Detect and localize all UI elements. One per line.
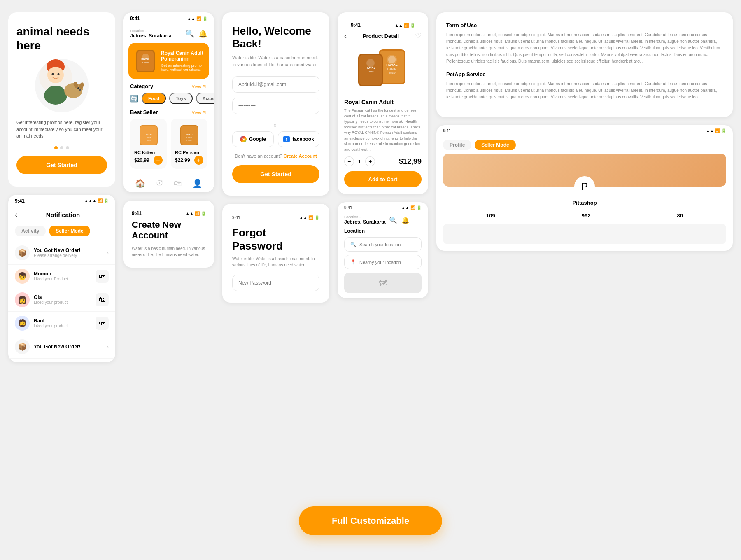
pd-back-icon[interactable]: ‹	[344, 32, 347, 40]
notif-sub-1: Please arrange delivery	[34, 253, 103, 258]
notif-item-4: 🧔 Raul Liked your product 🛍	[8, 312, 115, 335]
nav-profile-icon[interactable]: 👤	[192, 178, 203, 188]
promo-banner[interactable]: ROYAL CANIN Royal Canin Adult Pomeraninn…	[128, 43, 209, 79]
product-img-kitten: ROYAL CANIN Kitten	[134, 123, 163, 147]
product-description: The Persian cat has the longest and dens…	[344, 108, 422, 152]
create-account-link[interactable]: Create Account	[284, 154, 317, 159]
svg-text:Kitten: Kitten	[146, 139, 150, 141]
create-acct-statusbar: 9:41 ▲▲ 📶 🔋	[132, 210, 206, 219]
notif-name-1: You Got New Order!	[34, 247, 103, 253]
bestseller-section-header: Best Seller View All	[124, 109, 214, 119]
stat-1: 109	[486, 212, 495, 219]
add-to-cart-button[interactable]: Add to Cart	[344, 171, 422, 187]
notif-item-2: 👦 Momon Liked your Product 🛍	[8, 265, 115, 288]
wishlist-heart-icon[interactable]: ♡	[415, 31, 422, 40]
stat-number-1: 109	[486, 212, 495, 219]
category-toys[interactable]: Toys	[169, 93, 193, 104]
location-nearby-field[interactable]: 📍	[344, 255, 422, 269]
stat-number-3: 80	[677, 212, 683, 219]
notif-text-5: You Got New Order!	[34, 344, 103, 350]
refresh-icon[interactable]: 🔄	[130, 95, 138, 103]
get-started-button[interactable]: Get Started	[16, 156, 107, 174]
tab-activity[interactable]: Activity	[15, 226, 46, 236]
bestseller-label: Best Seller	[130, 109, 158, 115]
product-name-kitten: RC Kitten	[134, 150, 163, 155]
forgot-title: Forgot Password	[232, 226, 319, 252]
chevron-icon-1: ›	[107, 250, 109, 256]
increase-qty-button[interactable]: +	[365, 156, 375, 166]
location-time: 9:41	[344, 205, 352, 210]
location-search-input[interactable]	[359, 242, 415, 247]
notif-avatar-5: 📦	[15, 339, 30, 354]
stat-3: 80	[677, 212, 683, 219]
svg-rect-6	[47, 86, 64, 101]
location-statusbar: 9:41 ▲▲ 📶 🔋	[338, 202, 428, 213]
dot-2[interactable]	[60, 146, 63, 149]
notif-avatar-1: 📦	[15, 245, 30, 260]
illustration-person	[29, 54, 95, 112]
dot-1[interactable]	[54, 146, 58, 149]
facebook-login-button[interactable]: f facebook	[278, 131, 319, 147]
quantity-value: 1	[358, 159, 361, 165]
category-label: Category	[130, 83, 153, 89]
facebook-icon: f	[283, 136, 290, 142]
login-screen: Hello, Welcome Back! Water is life. Wate…	[222, 12, 329, 196]
loc-name: Jebres, Surakarta	[344, 219, 386, 225]
nav-timer-icon[interactable]: ⏱	[156, 179, 164, 188]
home-status-icons: ▲▲ 📶 🔋	[187, 16, 207, 21]
banner-product-image: ROYAL CANIN	[134, 49, 157, 73]
location-search-field[interactable]: 🔍	[344, 237, 422, 252]
bestseller-view-all[interactable]: View All	[192, 110, 207, 115]
dot-3[interactable]	[66, 146, 69, 149]
notif-item-1: 📦 You Got New Order! Please arrange deli…	[8, 241, 115, 265]
tab-profile[interactable]: Profile	[443, 140, 471, 150]
forgot-password-screen: 9:41 ▲▲ 📶 🔋 Forgot Password Water is lif…	[222, 204, 329, 302]
password-input[interactable]	[232, 98, 319, 114]
notif-text-1: You Got New Order! Please arrange delive…	[34, 247, 103, 258]
term-of-use-title: Term of Use	[446, 22, 723, 28]
google-login-button[interactable]: G Google	[232, 131, 274, 147]
category-accessories[interactable]: Accesories	[196, 93, 214, 104]
svg-text:Persian: Persian	[186, 139, 192, 141]
home-topbar: Location ↓ Jebres, Surakarta 🔍 🔔	[124, 25, 214, 43]
product-detail-image: ROYAL CANIN Persian ROYAL CANIN	[344, 45, 422, 95]
create-account-card: 9:41 ▲▲ 📶 🔋 Create New Account Water is …	[124, 201, 214, 268]
bell-icon[interactable]: 🔔	[198, 29, 207, 38]
forgot-status-icons: ▲▲ 📶 🔋	[299, 215, 319, 220]
quantity-control: − 1 +	[344, 156, 375, 166]
forgot-time: 9:41	[232, 215, 240, 220]
loc-search-icon[interactable]: 🔍	[389, 216, 397, 224]
product-price-row-kitten: $20,99 +	[134, 156, 163, 165]
tab-seller-mode[interactable]: Seller Mode	[49, 226, 90, 236]
notification-screen: 9:41 ▲▲▲ 📶 🔋 ‹ Notification Activity Sel…	[8, 195, 115, 362]
location-nearby-input[interactable]	[359, 260, 415, 265]
category-food[interactable]: Food	[142, 93, 166, 104]
tab-seller-mode[interactable]: Seller Mode	[475, 140, 515, 150]
search-icon[interactable]: 🔍	[185, 29, 194, 38]
home-status-time: 9:41	[130, 16, 140, 21]
location-name: Jebres, Surakarta	[130, 33, 172, 39]
category-view-all[interactable]: View All	[192, 84, 207, 89]
product-rc-persian: ROYAL CANIN Persian RC Persian $22,99 +	[171, 119, 207, 169]
category-section-header: Category View All	[124, 83, 214, 93]
landing-description: Get interesting promos here, register yo…	[16, 119, 107, 140]
decrease-qty-button[interactable]: −	[344, 156, 354, 166]
forgot-input[interactable]	[232, 275, 319, 291]
add-kitten-button[interactable]: +	[154, 156, 163, 165]
notif-text-4: Raul Liked your product	[34, 318, 91, 328]
nav-bag-icon[interactable]: 🛍	[174, 179, 182, 188]
notification-title: Notification	[17, 211, 109, 218]
svg-text:CANIN: CANIN	[367, 70, 375, 73]
column-5: Term of Use Lorem ipsum dolor sit amet, …	[436, 12, 733, 251]
login-divider: or	[232, 122, 319, 128]
svg-text:CANIN: CANIN	[142, 61, 149, 64]
create-account-description: Water is a basic human need. In various …	[132, 245, 206, 258]
svg-text:Persian: Persian	[388, 72, 396, 74]
nav-home-icon[interactable]: 🏠	[135, 178, 145, 188]
add-persian-button[interactable]: +	[194, 156, 203, 165]
svg-point-4	[58, 73, 60, 75]
email-input[interactable]	[232, 76, 319, 93]
landing-illustration	[29, 59, 95, 112]
loc-bell-icon[interactable]: 🔔	[401, 216, 410, 224]
login-button[interactable]: Get Started	[232, 165, 319, 183]
